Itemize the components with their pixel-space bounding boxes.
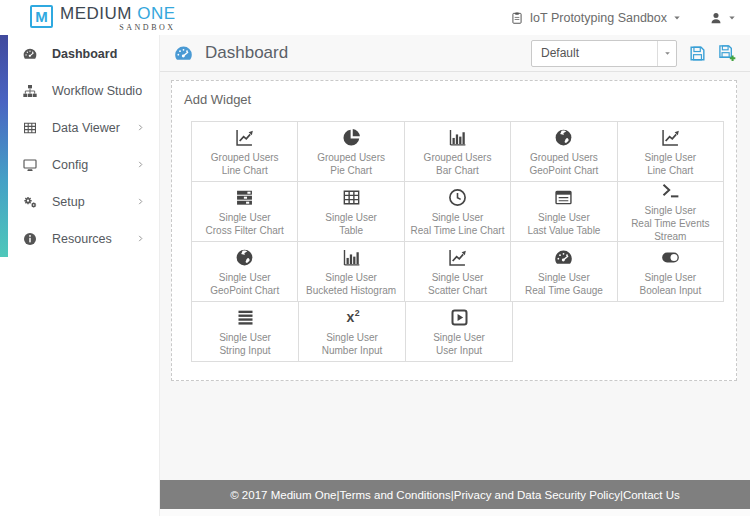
add-widget-panel: Add Widget Grouped UsersLine ChartGroupe… — [171, 80, 737, 381]
widget-grid-row: Single UserString Inputx2Single UserNumb… — [191, 302, 724, 362]
widget-single-user-real-time-gauge[interactable]: Single UserReal Time Gauge — [510, 241, 617, 302]
clock-icon — [447, 187, 468, 208]
widget-label-line2: Cross Filter Chart — [206, 224, 284, 237]
chevron-right-icon — [136, 234, 145, 243]
line-chart-icon — [234, 127, 255, 148]
user-menu[interactable] — [709, 11, 736, 25]
select-caret — [657, 41, 676, 66]
top-bar: M MEDIUM ONE SANDBOX IoT Prototyping San… — [0, 0, 750, 35]
widget-single-user-number-input[interactable]: x2Single UserNumber Input — [298, 301, 406, 362]
svg-text:2: 2 — [354, 308, 359, 318]
widget-label-line2: String Input — [219, 344, 270, 357]
pie-chart-icon — [341, 127, 362, 148]
cogs-icon — [22, 194, 38, 210]
brand-name: MEDIUM — [60, 4, 132, 23]
project-selector-label: IoT Prototyping Sandbox — [530, 11, 667, 25]
footer-link-contact-us[interactable]: Contact Us — [623, 489, 680, 501]
gauge-icon — [22, 46, 38, 62]
save-dashboard-as-new-button[interactable] — [718, 44, 737, 63]
main-area: Dashboard Default Add Widget Grouped Use… — [160, 35, 750, 516]
caret-down-icon — [664, 50, 671, 57]
table-icon — [341, 187, 362, 208]
widget-single-user-line-chart[interactable]: Single UserLine Chart — [617, 121, 724, 182]
widget-single-user-cross-filter-chart[interactable]: Single UserCross Filter Chart — [191, 181, 298, 242]
widget-grid-row: Single UserGeoPoint ChartSingle UserBuck… — [191, 242, 724, 302]
widget-single-user-geopoint-chart[interactable]: Single UserGeoPoint Chart — [191, 241, 298, 302]
svg-text:x: x — [346, 309, 354, 325]
footer-link-privacy-and-data-security-policy[interactable]: Privacy and Data Security Policy — [454, 489, 620, 501]
widget-grouped-users-geopoint-chart[interactable]: Grouped UsersGeoPoint Chart — [510, 121, 617, 182]
page-title: Dashboard — [205, 43, 288, 63]
widget-label-line2: Bar Chart — [436, 164, 479, 177]
widget-label-line1: Single User — [538, 211, 590, 224]
widget-label-line1: Single User — [325, 211, 377, 224]
toggle-icon — [660, 247, 681, 268]
sitemap-icon — [22, 83, 38, 99]
sidebar-item-workflow-studio[interactable]: Workflow Studio — [0, 72, 159, 109]
sidebar-menu: DashboardWorkflow StudioData ViewerConfi… — [0, 35, 159, 257]
add-widget-title: Add Widget — [184, 92, 724, 107]
widget-label-line2: Last Value Table — [527, 224, 600, 237]
widget-label-line1: Single User — [644, 151, 696, 164]
widget-label-line1: Single User — [219, 211, 271, 224]
logo-m-icon: M — [30, 5, 53, 28]
play-square-icon — [449, 307, 470, 328]
widget-grouped-users-bar-chart[interactable]: Grouped UsersBar Chart — [404, 121, 511, 182]
chevron-right-icon — [136, 123, 145, 132]
widget-label-line1: Single User — [219, 331, 271, 344]
line-chart-icon — [660, 127, 681, 148]
widget-grid: Grouped UsersLine ChartGrouped UsersPie … — [191, 121, 724, 362]
widget-grouped-users-line-chart[interactable]: Grouped UsersLine Chart — [191, 121, 298, 182]
terminal-icon — [660, 180, 681, 201]
widget-label-line1: Single User — [432, 211, 484, 224]
widget-single-user-real-time-events-stream[interactable]: Single UserReal Time Events Stream — [617, 181, 724, 242]
sidebar-item-data-viewer[interactable]: Data Viewer — [0, 109, 159, 146]
sidebar-item-setup[interactable]: Setup — [0, 183, 159, 220]
info-icon — [22, 231, 38, 247]
widget-label-line2: Number Input — [322, 344, 383, 357]
sidebar-item-resources[interactable]: Resources — [0, 220, 159, 257]
medium-one-logo: M MEDIUM ONE SANDBOX — [30, 5, 176, 33]
widget-label-line2: Boolean Input — [639, 284, 701, 297]
footer-link-terms-and-conditions[interactable]: Terms and Conditions — [339, 489, 450, 501]
widget-label-line2: Line Chart — [647, 164, 693, 177]
globe-icon — [553, 127, 574, 148]
widget-grouped-users-pie-chart[interactable]: Grouped UsersPie Chart — [297, 121, 404, 182]
widget-label-line2: Real Time Gauge — [525, 284, 603, 297]
dashboard-icon — [173, 43, 194, 64]
widget-label-line2: Bucketed Histogram — [306, 284, 396, 297]
clipboard-icon — [510, 11, 524, 25]
widget-label-line1: Grouped Users — [530, 151, 598, 164]
widget-single-user-scatter-chart[interactable]: Single UserScatter Chart — [404, 241, 511, 302]
align-justify-icon — [235, 307, 256, 328]
widget-label-line1: Single User — [433, 331, 485, 344]
widget-single-user-string-input[interactable]: Single UserString Input — [191, 301, 299, 362]
save-dashboard-button[interactable] — [688, 44, 707, 63]
globe-icon — [234, 247, 255, 268]
chevron-right-icon — [136, 160, 145, 169]
sidebar-item-dashboard[interactable]: Dashboard — [0, 35, 159, 72]
x2-icon: x2 — [342, 307, 363, 328]
sidebar-item-label: Dashboard — [52, 47, 117, 61]
widget-single-user-bucketed-histogram[interactable]: Single UserBucketed Histogram — [297, 241, 404, 302]
sidebar-item-config[interactable]: Config — [0, 146, 159, 183]
widget-grid-row: Grouped UsersLine ChartGrouped UsersPie … — [191, 121, 724, 182]
sidebar-item-label: Config — [52, 158, 88, 172]
widget-label-line2: User Input — [436, 344, 482, 357]
table-icon — [22, 120, 38, 136]
sidebar-item-label: Setup — [52, 195, 85, 209]
dashboard-select-value: Default — [532, 46, 657, 60]
widget-single-user-real-time-line-chart[interactable]: Single UserReal Time Line Chart — [404, 181, 511, 242]
caret-down-icon — [728, 14, 736, 22]
list-alt-icon — [553, 187, 574, 208]
widget-single-user-table[interactable]: Single UserTable — [297, 181, 404, 242]
content-header: Dashboard Default — [160, 35, 750, 72]
widget-single-user-user-input[interactable]: Single UserUser Input — [405, 301, 513, 362]
gauge-icon — [553, 247, 574, 268]
desktop-icon — [22, 157, 38, 173]
dashboard-select[interactable]: Default — [531, 40, 677, 67]
widget-single-user-last-value-table[interactable]: Single UserLast Value Table — [510, 181, 617, 242]
widget-single-user-boolean-input[interactable]: Single UserBoolean Input — [617, 241, 724, 302]
project-selector[interactable]: IoT Prototyping Sandbox — [510, 11, 681, 25]
widget-label-line2: Real Time Line Chart — [411, 224, 505, 237]
